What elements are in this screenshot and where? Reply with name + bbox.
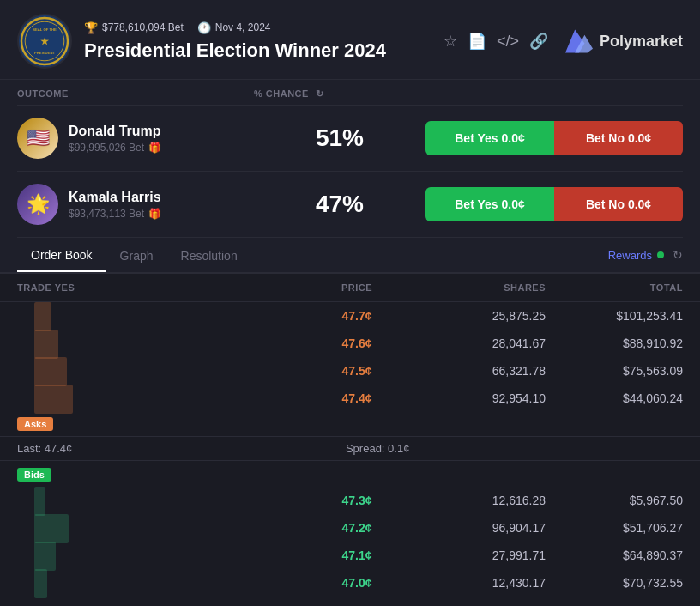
trump-outcome-row: 🇺🇸 Donald Trump $99,995,026 Bet 🎁 51% Be… (17, 106, 683, 172)
ask-price: 47.6¢ (305, 336, 408, 350)
star-icon[interactable]: ☆ (444, 32, 457, 51)
svg-text:★: ★ (40, 36, 50, 46)
svg-text:PRESIDENT: PRESIDENT (34, 51, 55, 55)
bid-total: $5,967.50 (546, 494, 683, 507)
harris-bet: $93,473,113 Bet 🎁 (69, 208, 161, 220)
rewards-label: Rewards (608, 249, 652, 262)
bid-row[interactable]: 47.1¢ 27,991.71 $64,890.37 (0, 542, 700, 569)
spread-value: Spread: 0.1¢ (72, 442, 683, 455)
ask-total: $44,060.24 (546, 391, 683, 405)
bet-no-col (554, 88, 683, 100)
polymarket-label: Polymarket (600, 33, 683, 51)
ask-shares: 92,954.10 (408, 391, 546, 405)
trump-candidate: 🇺🇸 Donald Trump $99,995,026 Bet 🎁 (17, 118, 254, 159)
trump-gift-icon[interactable]: 🎁 (148, 142, 161, 154)
refresh-icon[interactable]: ↻ (316, 88, 324, 99)
page-title: Presidential Election Winner 2024 (84, 39, 444, 62)
link-icon[interactable]: 🔗 (529, 32, 548, 51)
outcome-col-label: OUTCOME (17, 88, 254, 100)
bid-shares: 27,991.71 (408, 548, 546, 562)
header: ★ SEAL OF THE PRESIDENT 🏆 $778,610,094 B… (0, 0, 700, 80)
polymarket-badge: Polymarket (565, 29, 683, 53)
bid-shares: 96,904.17 (408, 521, 546, 535)
bid-price: 47.0¢ (305, 576, 408, 590)
bid-total: $70,732.55 (546, 576, 683, 590)
outcomes-header: OUTCOME % CHANCE ↻ (17, 80, 683, 106)
spread-last: Last: 47.4¢ (17, 442, 72, 455)
harris-chance: 47% (254, 191, 425, 218)
orderbook-refresh-icon[interactable]: ↻ (673, 248, 683, 262)
ask-row[interactable]: 47.5¢ 66,321.78 $75,563.09 (0, 357, 700, 385)
asks-section: 47.7¢ 25,875.25 $101,253.41 47.6¢ 28,041… (0, 302, 700, 436)
ask-shares: 25,875.25 (408, 309, 546, 323)
tab-graph[interactable]: Graph (106, 239, 167, 271)
harris-details: Kamala Harris $93,473,113 Bet 🎁 (69, 190, 161, 220)
ask-total: $88,910.92 (546, 336, 683, 350)
document-icon[interactable]: 📄 (468, 32, 486, 51)
tab-order-book[interactable]: Order Book (17, 238, 106, 272)
trump-bet: $99,995,026 Bet 🎁 (69, 142, 161, 154)
header-meta: 🏆 $778,610,094 Bet 🕐 Nov 4, 2024 (84, 21, 444, 34)
bid-row[interactable]: 47.2¢ 96,904.17 $51,706.27 (0, 514, 700, 542)
ask-price: 47.5¢ (305, 364, 408, 378)
trophy-meta: 🏆 $778,610,094 Bet (84, 21, 184, 34)
bid-shares: 12,430.17 (408, 576, 546, 590)
shares-header: SHARES (408, 282, 546, 293)
bet-amount: $778,610,094 Bet (102, 21, 184, 33)
trump-chance: 51% (254, 124, 425, 152)
header-info: 🏆 $778,610,094 Bet 🕐 Nov 4, 2024 Preside… (84, 21, 444, 62)
bid-price: 47.2¢ (305, 521, 408, 535)
clock-icon: 🕐 (197, 21, 211, 34)
orderbook-header: TRADE YES PRICE SHARES TOTAL (0, 274, 700, 302)
date-meta: 🕐 Nov 4, 2024 (197, 21, 271, 34)
bet-yes-col (425, 88, 554, 100)
ask-shares: 66,321.78 (408, 364, 546, 378)
asks-label: Asks (17, 417, 53, 431)
orderbook-section: TRADE YES PRICE SHARES TOTAL 47.7¢ 25,87… (0, 274, 700, 597)
header-logo: ★ SEAL OF THE PRESIDENT (17, 14, 72, 69)
ask-row[interactable]: 47.4¢ 92,954.10 $44,060.24 (0, 385, 700, 412)
trump-bet-no-button[interactable]: Bet No 0.0¢ (554, 121, 683, 155)
bid-row[interactable]: 47.3¢ 12,616.28 $5,967.50 (0, 487, 700, 514)
trade-yes-header: TRADE YES (17, 282, 305, 293)
rewards-badge[interactable]: Rewards (608, 249, 664, 262)
harris-bet-no-button[interactable]: Bet No 0.0¢ (554, 187, 683, 221)
rewards-dot-icon (657, 251, 664, 258)
bids-label: Bids (17, 468, 51, 482)
polymarket-logo-icon (565, 29, 593, 53)
bid-price: 47.1¢ (305, 548, 408, 562)
trump-name: Donald Trump (69, 124, 161, 139)
ask-price: 47.4¢ (305, 391, 408, 405)
chance-col-label: % CHANCE ↻ (254, 88, 425, 100)
svg-text:SEAL OF THE: SEAL OF THE (33, 27, 57, 32)
harris-bet-yes-button[interactable]: Bet Yes 0.0¢ (425, 187, 554, 221)
trump-avatar: 🇺🇸 (17, 118, 58, 159)
ask-price: 47.7¢ (305, 309, 408, 323)
tabs-section: Order Book Graph Resolution Rewards ↻ (0, 238, 700, 274)
spread-row: Last: 47.4¢ Spread: 0.1¢ (0, 436, 700, 461)
header-date: Nov 4, 2024 (215, 21, 271, 33)
harris-avatar: 🌟 (17, 184, 58, 225)
ask-shares: 28,041.67 (408, 336, 546, 350)
harris-candidate: 🌟 Kamala Harris $93,473,113 Bet 🎁 (17, 184, 254, 225)
harris-gift-icon[interactable]: 🎁 (148, 208, 161, 220)
total-header: TOTAL (546, 282, 683, 293)
ask-total: $101,253.41 (546, 309, 683, 323)
header-actions: ☆ 📄 </> 🔗 (444, 32, 548, 51)
trump-details: Donald Trump $99,995,026 Bet 🎁 (69, 124, 161, 154)
tab-resolution[interactable]: Resolution (167, 239, 251, 271)
trump-bet-yes-button[interactable]: Bet Yes 0.0¢ (425, 121, 554, 155)
bid-total: $51,706.27 (546, 521, 683, 535)
bid-total: $64,890.37 (546, 548, 683, 562)
bids-section: Bids 47.3¢ 12,616.28 $5,967.50 47.2¢ 96,… (0, 461, 700, 597)
ask-row[interactable]: 47.7¢ 25,875.25 $101,253.41 (0, 302, 700, 330)
price-header: PRICE (305, 282, 408, 293)
bid-row[interactable]: 47.0¢ 12,430.17 $70,732.55 (0, 569, 700, 597)
ask-row[interactable]: 47.6¢ 28,041.67 $88,910.92 (0, 330, 700, 357)
ask-total: $75,563.09 (546, 364, 683, 378)
outcomes-section: OUTCOME % CHANCE ↻ 🇺🇸 Donald Trump $99,9… (0, 80, 700, 238)
trophy-icon: 🏆 (84, 21, 98, 34)
bid-price: 47.3¢ (305, 494, 408, 507)
code-icon[interactable]: </> (497, 33, 519, 51)
bid-shares: 12,616.28 (408, 494, 546, 507)
